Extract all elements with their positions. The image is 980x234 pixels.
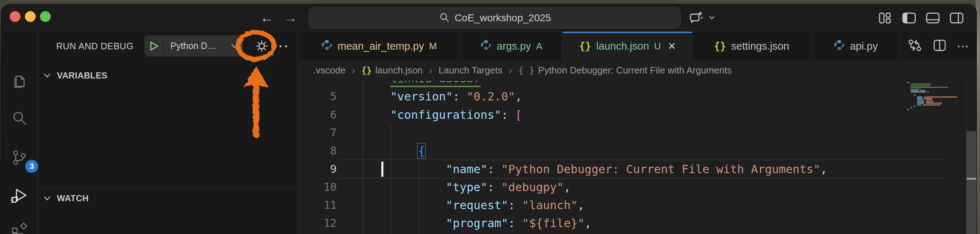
- tab-mean_air_temp.py[interactable]: mean_air_temp.pyM: [298, 32, 460, 60]
- toggle-primary-sidebar-icon[interactable]: [901, 10, 917, 26]
- breadcrumb-label: Launch Targets: [439, 65, 502, 76]
- macos-close-button[interactable]: [10, 11, 21, 22]
- minimap-line: [914, 95, 916, 96]
- code-editor[interactable]: linkid=8303875 "version": "0.2.0",6 "con…: [298, 81, 977, 234]
- editor-actions: ⋯: [907, 32, 970, 60]
- activity-bar-item-run-and-debug[interactable]: [10, 186, 29, 205]
- minimap-line: [910, 107, 912, 108]
- minimap-line: [914, 106, 916, 107]
- code-line: {: [363, 142, 425, 160]
- breadcrumb-label: launch.json: [375, 65, 423, 76]
- breadcrumb-item[interactable]: Launch Targets: [439, 65, 502, 76]
- activity-bar-item-source-control[interactable]: 3: [10, 148, 29, 167]
- start-debugging-icon[interactable]: [144, 40, 163, 52]
- minimap-line: [923, 98, 932, 99]
- minimap-line: [917, 103, 924, 103]
- tab-launch.json[interactable]: {}launch.jsonU×: [563, 32, 692, 60]
- tab-label: mean_air_temp.py: [338, 40, 424, 52]
- chevron-down-icon: [43, 71, 52, 80]
- code-line: "version": "0.2.0",: [363, 88, 522, 105]
- navigate-forward-button[interactable]: →: [284, 4, 298, 31]
- minimap-line: [924, 97, 957, 97]
- minimap-line: [917, 101, 924, 102]
- section-divider: [38, 188, 298, 189]
- breadcrumb-separator: ›: [508, 64, 513, 77]
- git-status-badge: U: [654, 41, 661, 52]
- tab-label: launch.json: [596, 40, 649, 52]
- toggle-secondary-sidebar-icon[interactable]: [948, 10, 965, 26]
- minimap[interactable]: [907, 81, 966, 234]
- minimap-line: [910, 90, 918, 91]
- breadcrumb-item[interactable]: {}launch.json: [361, 65, 423, 76]
- breadcrumb-item[interactable]: .vscode: [313, 65, 346, 76]
- line-number: 12: [298, 214, 337, 232]
- workspace-title: CoE_workshop_2025: [455, 12, 551, 24]
- minimap-line: [907, 82, 909, 83]
- tab-args.py[interactable]: args.pyA: [460, 32, 563, 60]
- command-center-search[interactable]: CoE_workshop_2025: [309, 8, 681, 29]
- chevron-down-icon: [43, 194, 52, 203]
- minimap-line: [910, 89, 921, 90]
- more-actions-icon[interactable]: ⋯: [956, 39, 970, 53]
- tab-bar: mean_air_temp.pyMargs.pyA{}launch.jsonU×…: [298, 32, 977, 60]
- editor-group: mean_air_temp.pyMargs.pyA{}launch.jsonU×…: [298, 32, 977, 234]
- debug-settings-gear-button[interactable]: [249, 33, 274, 59]
- breadcrumb-label: Python Debugger: Current File with Argum…: [538, 65, 732, 76]
- minimap-line: [923, 104, 941, 105]
- python-file-icon: [834, 39, 845, 53]
- activity-bar-item-extensions[interactable]: [10, 221, 29, 234]
- python-file-icon: [321, 39, 332, 53]
- breadcrumb: .vscode›{}launch.json›Launch Targets›{ }…: [298, 61, 977, 80]
- split-editor-icon[interactable]: [932, 38, 947, 54]
- activity-bar-item-search[interactable]: [10, 109, 29, 127]
- breadcrumb-separator: ›: [428, 64, 433, 77]
- tab-label: settings.json: [731, 40, 789, 52]
- json-file-icon: {}: [361, 65, 372, 76]
- vertical-scrollbar[interactable]: [966, 131, 977, 234]
- title-bar: ← → CoE_workshop_2025: [2, 4, 977, 31]
- variables-section-label: VARIABLES: [57, 70, 108, 81]
- minimap-line: [910, 87, 948, 88]
- open-changes-icon[interactable]: [907, 37, 923, 55]
- git-status-badge: M: [429, 41, 437, 52]
- line-number: 5: [298, 88, 337, 105]
- minimap-viewport: [966, 81, 977, 131]
- watch-section-label: WATCH: [57, 193, 89, 204]
- minimap-line: [917, 99, 924, 100]
- code-line-current: "name": "Python Debugger: Current File w…: [363, 160, 827, 178]
- code-line: "configurations": [: [363, 106, 522, 124]
- line-number: 11: [298, 196, 337, 214]
- debug-configuration-dropdown[interactable]: Python D…: [144, 35, 243, 57]
- view-more-actions-button[interactable]: ···: [272, 36, 292, 56]
- minimap-line: [926, 101, 934, 102]
- tab-api.py[interactable]: api.py: [811, 32, 900, 60]
- navigate-back-button[interactable]: ←: [260, 4, 274, 31]
- tab-label: api.py: [850, 40, 878, 52]
- macos-minimize-button[interactable]: [25, 11, 36, 22]
- breadcrumb-label: .vscode: [313, 65, 346, 76]
- sidebar-title: RUN AND DEBUG: [56, 41, 134, 51]
- watch-section-header[interactable]: WATCH: [43, 193, 89, 204]
- variables-section-header[interactable]: VARIABLES: [43, 70, 108, 81]
- minimap-line: [910, 84, 931, 84]
- vscode-window: ← → CoE_workshop_2025: [2, 4, 977, 234]
- toggle-panel-icon[interactable]: [924, 10, 941, 26]
- breadcrumb-item[interactable]: { }Python Debugger: Current File with Ar…: [518, 65, 732, 76]
- minimap-line: [910, 85, 930, 86]
- line-number: 10: [298, 178, 337, 196]
- python-file-icon: [480, 39, 492, 53]
- minimap-line: [917, 104, 921, 105]
- layout-controls: [877, 10, 965, 26]
- minimap-line: [920, 90, 926, 91]
- close-tab-icon[interactable]: ×: [668, 40, 676, 53]
- minimap-line: [926, 103, 942, 103]
- customize-layout-icon[interactable]: [877, 10, 894, 26]
- code-line: "program": "${file}",: [363, 214, 592, 232]
- copilot-chat-button[interactable]: [688, 10, 722, 27]
- line-number: 8: [298, 142, 337, 160]
- tab-settings.json[interactable]: {}settings.json: [692, 32, 811, 60]
- line-number: 7: [298, 124, 337, 142]
- activity-bar-item-explorer[interactable]: [10, 72, 29, 91]
- macos-zoom-button[interactable]: [40, 11, 51, 22]
- code-line: "request": "launch",: [363, 196, 585, 214]
